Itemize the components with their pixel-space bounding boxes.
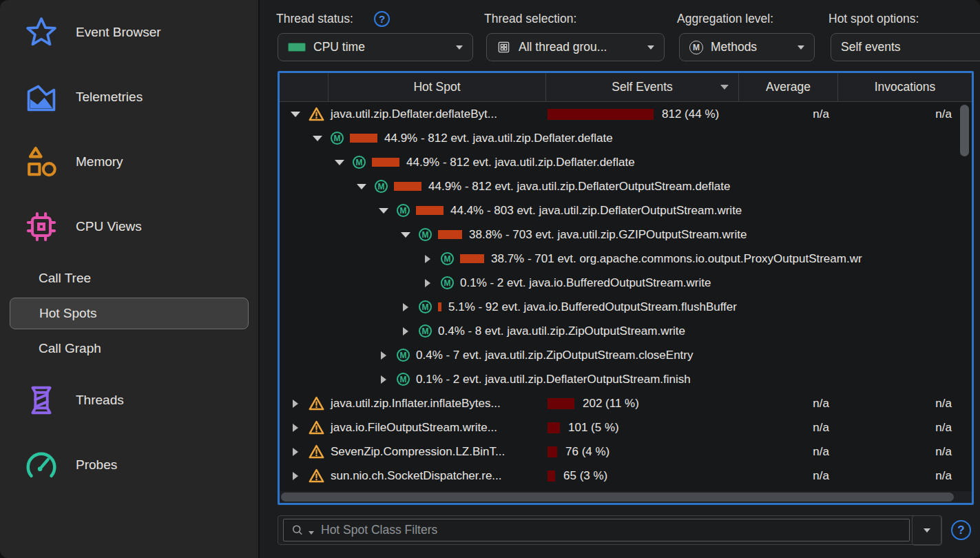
sidebar-item-label: Threads (76, 393, 124, 408)
self-events-value: 202 (11 %) (583, 397, 639, 411)
expander-triangle (293, 472, 298, 480)
sidebar-item-memory[interactable]: Memory (0, 130, 258, 194)
column-header-invocations[interactable]: Invocations (838, 73, 972, 101)
hotspot-label: 38.7% - 701 evt. org.apache.commons.io.o… (491, 252, 862, 266)
search-options-caret-icon[interactable] (309, 531, 314, 535)
expand-icon[interactable] (290, 424, 300, 432)
self-events-value: 65 (3 %) (563, 469, 607, 483)
self-events-value: 76 (4 %) (565, 445, 609, 459)
column-header-tree[interactable] (280, 73, 329, 101)
thread-selection-label: Thread selection: (484, 12, 576, 26)
hotspot-label: java.util.zip.Inflater.inflateBytes... (331, 397, 501, 411)
table-row[interactable]: java.util.zip.Inflater.inflateBytes...20… (280, 391, 972, 415)
sidebar-item-label: Event Browser (76, 25, 161, 40)
thread-status-select[interactable]: CPU time (278, 33, 473, 61)
average-value: n/a (740, 397, 829, 411)
method-icon: M (441, 252, 454, 265)
self-events-cell: 65 (3 %) (548, 464, 607, 488)
table-row[interactable]: M44.9% - 812 evt. java.util.zip.Deflater… (280, 126, 972, 150)
collapse-icon[interactable] (312, 136, 322, 141)
help-icon[interactable]: ? (374, 11, 390, 27)
warning-icon (309, 420, 324, 435)
table-row[interactable]: SevenZip.Compression.LZ.BinT...76 (4 %)n… (280, 440, 972, 464)
aggregation-level-value: Methods (711, 40, 790, 54)
sidebar-item-label: Call Tree (39, 271, 91, 286)
table-row[interactable]: M5.1% - 92 evt. java.io.BufferedOutputSt… (280, 295, 972, 319)
sidebar-item-label: Memory (76, 154, 123, 169)
expand-icon[interactable] (400, 303, 410, 311)
sidebar-item-threads[interactable]: Threads (0, 368, 258, 433)
table-row[interactable]: M0.1% - 2 evt. java.io.BufferedOutputStr… (280, 271, 972, 295)
horizontal-scrollbar-track[interactable] (280, 491, 972, 503)
warning-icon (309, 396, 324, 411)
table-row[interactable]: M0.1% - 2 evt. java.util.zip.DeflaterOut… (280, 367, 972, 391)
sidebar-item-label: CPU Views (76, 219, 142, 234)
column-header-self-events[interactable]: Self Events (546, 73, 739, 101)
expander-triangle (379, 208, 388, 214)
search-icon[interactable] (291, 524, 306, 537)
table-row[interactable]: M38.7% - 701 evt. org.apache.commons.io.… (280, 247, 972, 271)
table-row[interactable]: M0.4% - 7 evt. java.util.zip.ZipOutputSt… (280, 343, 972, 367)
hotspot-label: 0.4% - 8 evt. java.util.zip.ZipOutputStr… (438, 324, 685, 338)
sidebar-item-probes[interactable]: Probes (0, 433, 258, 497)
aggregation-level-select[interactable]: M Methods (679, 33, 815, 61)
warning-icon (309, 468, 324, 483)
thread-status-label: Thread status: (276, 12, 353, 26)
table-row[interactable]: M0.4% - 8 evt. java.util.zip.ZipOutputSt… (280, 319, 972, 343)
table-row[interactable]: java.io.FileOutputStream.write...101 (5 … (280, 415, 972, 440)
hotspot-label: 44.9% - 812 evt. java.util.zip.Deflater.… (384, 132, 613, 145)
horizontal-scrollbar-thumb[interactable] (281, 493, 954, 502)
expand-icon[interactable] (290, 400, 300, 408)
table-row[interactable]: sun.nio.ch.SocketDispatcher.re...65 (3 %… (280, 464, 972, 488)
average-value: n/a (740, 107, 829, 121)
sidebar-item-call-graph[interactable]: Call Graph (0, 329, 258, 368)
collapse-icon[interactable] (290, 112, 300, 117)
expander-triangle (293, 400, 298, 408)
collapse-icon[interactable] (378, 208, 388, 214)
hotspot-label: java.io.FileOutputStream.write... (331, 421, 497, 435)
collapse-icon[interactable] (400, 232, 410, 238)
time-bar (460, 254, 484, 263)
hot-spot-options-select[interactable]: Self events (831, 33, 980, 61)
column-header-average[interactable]: Average (739, 73, 838, 101)
expand-icon[interactable] (422, 279, 432, 287)
time-bar (438, 302, 441, 311)
expand-icon[interactable] (378, 375, 388, 384)
expander-triangle (381, 375, 386, 384)
table-row[interactable]: M44.4% - 803 evt. java.util.zip.Deflater… (280, 198, 972, 223)
gauge-icon (23, 447, 59, 483)
time-bar (416, 206, 444, 215)
help-icon[interactable]: ? (951, 520, 971, 540)
vertical-scrollbar[interactable] (960, 105, 969, 156)
invocations-value: n/a (839, 107, 952, 121)
sidebar-item-hot-spots[interactable]: Hot Spots (10, 298, 249, 329)
column-header-hot-spot[interactable]: Hot Spot (329, 73, 546, 101)
expand-icon[interactable] (290, 472, 300, 480)
self-events-cell: 76 (4 %) (548, 440, 609, 464)
table-row[interactable]: java.util.zip.Deflater.deflateByt...812 … (280, 102, 972, 126)
expand-icon[interactable] (422, 255, 432, 263)
expand-icon[interactable] (400, 327, 410, 335)
collapse-icon[interactable] (356, 184, 366, 189)
self-events-bar (548, 471, 555, 482)
method-icon: M (419, 300, 432, 313)
star-icon (23, 14, 59, 50)
hotspot-label: 38.8% - 703 evt. java.util.zip.GZIPOutpu… (469, 228, 747, 242)
hot-spot-options-label: Hot spot options: (828, 12, 919, 26)
table-row[interactable]: M44.9% - 812 evt. java.util.zip.Deflater… (280, 150, 972, 174)
filter-dropdown-button[interactable] (912, 515, 942, 546)
sidebar-item-cpu-views[interactable]: CPU Views (0, 194, 258, 259)
sidebar-item-call-tree[interactable]: Call Tree (0, 259, 258, 298)
sidebar-item-event-browser[interactable]: Event Browser (0, 0, 258, 65)
collapse-icon[interactable] (334, 160, 344, 165)
table-row[interactable]: M38.8% - 703 evt. java.util.zip.GZIPOutp… (280, 223, 972, 247)
table-row[interactable]: M44.9% - 812 evt. java.util.zip.Deflater… (280, 174, 972, 198)
expander-triangle (335, 160, 344, 165)
thread-selection-select[interactable]: All thread grou... (486, 33, 665, 61)
hot-spot-options-value: Self events (841, 40, 980, 54)
sidebar-item-telemetries[interactable]: Telemetries (0, 65, 258, 130)
hotspot-label: 44.9% - 812 evt. java.util.zip.DeflaterO… (428, 180, 730, 194)
hot-spot-class-filter-input[interactable]: Hot Spot Class Filters (283, 519, 910, 541)
expand-icon[interactable] (378, 351, 388, 360)
expand-icon[interactable] (290, 448, 300, 456)
